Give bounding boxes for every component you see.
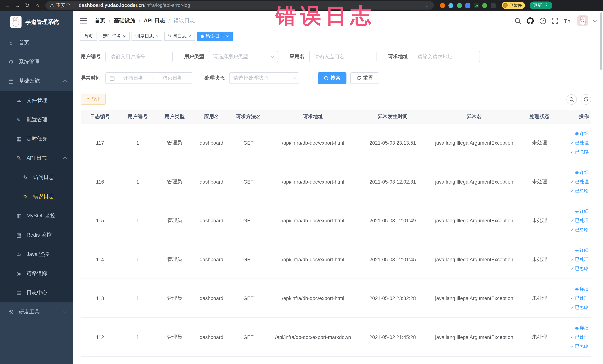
reset-button[interactable]: 重置 xyxy=(350,72,379,84)
user-id-input[interactable] xyxy=(105,51,173,62)
process-status-select[interactable]: 请选择处理状态 xyxy=(229,72,299,84)
check-icon: ✓ xyxy=(570,218,574,223)
font-size-icon[interactable]: TT xyxy=(564,18,571,23)
sidebar-item-config[interactable]: ✎配置管理 xyxy=(0,110,73,129)
kebab-menu-icon[interactable]: ⋮ xyxy=(544,3,549,8)
scrollbar-thumb[interactable] xyxy=(600,12,602,70)
action-ignored[interactable]: ✓已忽略 xyxy=(570,343,589,350)
sidebar-item-home[interactable]: ⌂首页 xyxy=(0,33,73,52)
breadcrumb-item[interactable]: 基础设施 xyxy=(114,17,135,24)
action-processed[interactable]: ✓已处理 xyxy=(570,217,589,224)
refresh-table-button[interactable] xyxy=(581,94,591,104)
cell-userType: 管理员 xyxy=(156,139,193,146)
sidebar-item-redis[interactable]: ▧Redis 监控 xyxy=(0,225,73,245)
close-icon[interactable]: × xyxy=(226,34,229,39)
update-label: 更新 xyxy=(533,2,542,8)
grid-extension-icon[interactable] xyxy=(465,3,470,8)
sidebar-item-system[interactable]: ⚙系统管理 xyxy=(0,52,73,71)
sidebar-item-error-log[interactable]: ✎错误日志 xyxy=(0,187,73,206)
github-icon[interactable] xyxy=(527,17,534,24)
sidebar-item-trace[interactable]: ◉链路追踪 xyxy=(0,264,73,283)
breadcrumb-item[interactable]: 首页 xyxy=(94,17,105,24)
check-icon: ✓ xyxy=(570,150,574,154)
green-extension-icon[interactable] xyxy=(457,3,462,8)
cell-url: /api/infra/db-doc/export-html xyxy=(267,257,359,262)
date-range-picker[interactable]: 开始日期 - 结束日期 xyxy=(105,72,193,84)
tab-job[interactable]: 定时任务× xyxy=(99,32,129,41)
table-row: 1171管理员dashboardGET/api/infra/db-doc/exp… xyxy=(81,124,591,163)
app-name-input[interactable] xyxy=(309,51,376,62)
puzzle-extension-icon[interactable] xyxy=(491,3,496,8)
action-processed[interactable]: ✓已处理 xyxy=(570,334,589,340)
address-bar[interactable]: ⚠ 不安全 | dashboard.yudao.iocoder.cn /infr… xyxy=(46,1,434,10)
chevron-down-icon[interactable] xyxy=(593,19,597,22)
search-button[interactable]: 搜索 xyxy=(318,72,347,84)
home-icon[interactable]: ⌂ xyxy=(32,2,42,8)
user-type-select[interactable]: 请选择用户类型 xyxy=(209,51,278,62)
close-icon[interactable]: × xyxy=(123,34,126,39)
fullscreen-icon[interactable] xyxy=(552,18,558,24)
sidebar-item-api-log[interactable]: ✎API 日志 xyxy=(0,149,73,168)
request-url-label: 请求地址 xyxy=(388,53,408,60)
tab-access-log[interactable]: 访问日志× xyxy=(164,32,195,41)
help-icon[interactable]: ? xyxy=(540,17,546,24)
tab-home[interactable]: 首页 xyxy=(80,32,97,41)
cell-status: 未处理 xyxy=(522,217,557,224)
breadcrumb-item[interactable]: API 日志 xyxy=(144,17,165,24)
column-header-appName: 应用名 xyxy=(193,113,230,120)
sidebar-item-access-log[interactable]: ✎访问日志 xyxy=(0,168,73,187)
action-detail[interactable]: ◉详细 xyxy=(575,247,589,253)
action-processed[interactable]: ✓已处理 xyxy=(570,295,589,301)
search-icon[interactable] xyxy=(515,17,521,24)
back-icon[interactable]: ← xyxy=(2,2,12,8)
action-ignored[interactable]: ✓已忽略 xyxy=(570,304,589,311)
action-detail[interactable]: ◉详细 xyxy=(575,169,589,176)
action-processed[interactable]: ✓已处理 xyxy=(570,140,589,146)
sidebar-item-file[interactable]: ☁文件管理 xyxy=(0,91,73,110)
cell-method: GET xyxy=(230,257,267,262)
forward-icon[interactable]: → xyxy=(12,2,22,8)
action-ignored[interactable]: ✓已忽略 xyxy=(570,188,589,194)
action-processed[interactable]: ✓已处理 xyxy=(570,256,589,263)
action-ignored[interactable]: ✓已忽略 xyxy=(570,265,589,272)
action-ignored[interactable]: ✓已忽略 xyxy=(570,226,589,233)
column-header-userType: 用户类型 xyxy=(156,113,193,120)
app-logo[interactable]: 芋道管理系统 xyxy=(0,11,73,33)
tab-job-log[interactable]: 调度日志× xyxy=(132,32,162,41)
user-id-label: 用户编号 xyxy=(81,53,101,60)
range-separator: - xyxy=(152,75,154,81)
action-detail[interactable]: ◉详细 xyxy=(575,325,589,331)
paused-badge[interactable]: 已暂停 xyxy=(502,2,525,9)
bookmark-star-icon[interactable]: ☆ xyxy=(425,2,429,8)
sidebar-item-log-center[interactable]: ▤日志中心 xyxy=(0,283,73,303)
action-detail[interactable]: ◉详细 xyxy=(575,130,589,137)
sidebar-item-job[interactable]: ▦定时任务 xyxy=(0,129,73,149)
reload-icon[interactable]: ↻ xyxy=(22,2,32,8)
on-badge-extension-icon[interactable]: on xyxy=(474,3,479,8)
avatar[interactable] xyxy=(577,15,588,26)
security-label[interactable]: 不安全 xyxy=(56,2,70,9)
record-extension-icon[interactable] xyxy=(440,3,445,8)
sidebar-item-label: Java 监控 xyxy=(26,251,49,258)
request-url-input[interactable] xyxy=(413,51,480,62)
chevron-up-icon xyxy=(63,80,67,83)
tab-error-log[interactable]: 错误日志× xyxy=(197,32,233,41)
action-detail[interactable]: ◉详细 xyxy=(575,208,589,214)
update-button[interactable]: 更新 ⋮ xyxy=(530,1,552,9)
paused-label: 已暂停 xyxy=(509,2,522,8)
collapse-sidebar-icon[interactable] xyxy=(80,18,87,23)
drop-extension-icon[interactable] xyxy=(448,3,453,8)
sidebar-item-java[interactable]: ☕Java 监控 xyxy=(0,245,73,264)
action-label: 已处理 xyxy=(575,295,589,301)
sidebar-item-infra[interactable]: ▤基础设施 xyxy=(0,71,73,91)
toggle-search-button[interactable] xyxy=(567,94,577,104)
action-ignored[interactable]: ✓已忽略 xyxy=(570,149,589,155)
export-button[interactable]: 导出 xyxy=(81,94,106,105)
sidebar-item-mysql[interactable]: ▥MySQL 监控 xyxy=(0,206,73,225)
close-icon[interactable]: × xyxy=(188,34,191,39)
action-processed[interactable]: ✓已处理 xyxy=(570,178,589,185)
close-icon[interactable]: × xyxy=(156,34,159,39)
leaf-extension-icon[interactable] xyxy=(482,3,487,8)
action-detail[interactable]: ◉详细 xyxy=(575,286,589,292)
sidebar-item-dev-tools[interactable]: ⚒研发工具 xyxy=(0,303,73,322)
